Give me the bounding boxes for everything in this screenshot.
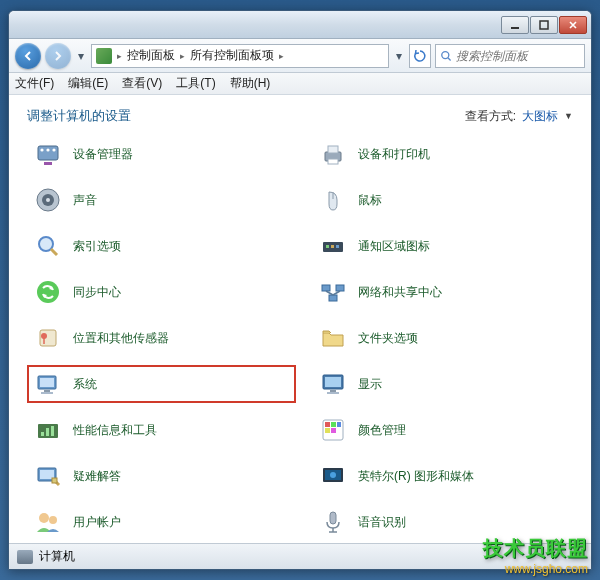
cp-item-sync-center[interactable]: 同步中心: [29, 275, 294, 309]
forward-button[interactable]: [45, 43, 71, 69]
svg-rect-10: [328, 146, 338, 153]
nav-history-dropdown[interactable]: ▾: [75, 46, 87, 66]
cp-item-devices-printers[interactable]: 设备和打印机: [314, 137, 579, 171]
cp-item-label: 英特尔(R) 图形和媒体: [358, 468, 474, 485]
svg-rect-19: [336, 245, 339, 248]
cp-item-sound[interactable]: 声音: [29, 183, 294, 217]
mic-icon: [318, 507, 348, 537]
display-icon: [318, 369, 348, 399]
svg-rect-32: [330, 390, 336, 392]
computer-icon: [17, 550, 33, 564]
page-title: 调整计算机的设置: [27, 107, 131, 125]
search-box[interactable]: [435, 44, 585, 68]
intel-icon: [318, 461, 348, 491]
cp-item-display[interactable]: 显示: [314, 367, 579, 401]
cp-item-label: 通知区域图标: [358, 238, 430, 255]
cp-item-troubleshoot[interactable]: 疑难解答: [29, 459, 294, 493]
svg-rect-2: [99, 51, 109, 61]
explorer-window: ▾ ▸ 控制面板 ▸ 所有控制面板项 ▸ ▾ 文件(F) 编辑(E) 查看(V)…: [8, 10, 592, 570]
cp-item-folder-options[interactable]: 文件夹选项: [314, 321, 579, 355]
maximize-button[interactable]: [530, 16, 558, 34]
control-panel-icon: [96, 48, 112, 64]
cp-item-label: 网络和共享中心: [358, 284, 442, 301]
svg-rect-22: [336, 285, 344, 291]
svg-rect-29: [41, 392, 53, 394]
system-icon: [33, 369, 63, 399]
cp-item-label: 索引选项: [73, 238, 121, 255]
svg-rect-41: [337, 422, 341, 427]
titlebar: [9, 11, 591, 39]
cp-item-color-mgmt[interactable]: 颜色管理: [314, 413, 579, 447]
cp-item-user-accounts[interactable]: 用户帐户: [29, 505, 294, 539]
menu-edit[interactable]: 编辑(E): [68, 75, 108, 92]
content-header: 调整计算机的设置 查看方式: 大图标 ▼: [9, 95, 591, 137]
cp-item-label: 系统: [73, 376, 97, 393]
cp-item-label: 声音: [73, 192, 97, 209]
menu-file[interactable]: 文件(F): [15, 75, 54, 92]
minimize-button[interactable]: [501, 16, 529, 34]
menu-tools[interactable]: 工具(T): [176, 75, 215, 92]
view-value[interactable]: 大图标: [522, 108, 558, 125]
svg-rect-31: [325, 377, 341, 387]
cp-item-notification-icons[interactable]: 通知区域图标: [314, 229, 579, 263]
menu-view[interactable]: 查看(V): [122, 75, 162, 92]
cp-item-system[interactable]: 系统: [29, 367, 294, 401]
cp-item-label: 同步中心: [73, 284, 121, 301]
cp-item-device-manager[interactable]: 设备管理器: [29, 137, 294, 171]
menu-help[interactable]: 帮助(H): [230, 75, 271, 92]
cp-item-performance[interactable]: 性能信息和工具: [29, 413, 294, 447]
statusbar-label: 计算机: [39, 548, 75, 565]
folder-icon: [318, 323, 348, 353]
svg-point-50: [39, 513, 49, 523]
back-button[interactable]: [15, 43, 41, 69]
search-input[interactable]: [456, 49, 580, 63]
svg-rect-42: [325, 428, 330, 433]
svg-rect-5: [44, 162, 52, 165]
cp-item-label: 文件夹选项: [358, 330, 418, 347]
cp-item-indexing[interactable]: 索引选项: [29, 229, 294, 263]
breadcrumb[interactable]: ▸ 控制面板 ▸ 所有控制面板项 ▸: [91, 44, 389, 68]
cp-item-mouse[interactable]: 鼠标: [314, 183, 579, 217]
breadcrumb-dropdown[interactable]: ▾: [393, 46, 405, 66]
cp-item-label: 语音识别: [358, 514, 406, 531]
tray-icon: [318, 231, 348, 261]
svg-rect-17: [326, 245, 329, 248]
cp-item-label: 疑难解答: [73, 468, 121, 485]
printer-icon: [318, 139, 348, 169]
menu-bar: 文件(F) 编辑(E) 查看(V) 工具(T) 帮助(H): [9, 73, 591, 95]
cp-item-label: 显示: [358, 376, 382, 393]
items-grid: 设备管理器设备和打印机声音鼠标索引选项通知区域图标同步中心网络和共享中心位置和其…: [9, 137, 591, 543]
content-area: 调整计算机的设置 查看方式: 大图标 ▼ 设备管理器设备和打印机声音鼠标索引选项…: [9, 95, 591, 543]
chevron-down-icon: ▼: [564, 111, 573, 121]
svg-point-14: [46, 198, 50, 202]
sync-icon: [33, 277, 63, 307]
close-button[interactable]: [559, 16, 587, 34]
nav-bar: ▾ ▸ 控制面板 ▸ 所有控制面板项 ▸ ▾: [9, 39, 591, 73]
cp-item-speech[interactable]: 语音识别: [314, 505, 579, 539]
cp-item-network-sharing[interactable]: 网络和共享中心: [314, 275, 579, 309]
svg-point-15: [39, 237, 53, 251]
svg-rect-39: [325, 422, 330, 427]
cp-item-intel-graphics[interactable]: 英特尔(R) 图形和媒体: [314, 459, 579, 493]
color-icon: [318, 415, 348, 445]
cp-item-label: 颜色管理: [358, 422, 406, 439]
cp-item-label: 用户帐户: [73, 514, 121, 531]
svg-rect-21: [322, 285, 330, 291]
svg-rect-46: [52, 478, 57, 483]
svg-rect-52: [330, 512, 336, 524]
breadcrumb-seg1[interactable]: 控制面板: [127, 47, 175, 64]
svg-point-51: [49, 516, 57, 524]
breadcrumb-seg2[interactable]: 所有控制面板项: [190, 47, 274, 64]
magnifier-icon: [33, 231, 63, 261]
chevron-right-icon: ▸: [114, 51, 125, 61]
cp-item-label: 性能信息和工具: [73, 422, 157, 439]
svg-rect-0: [511, 27, 519, 29]
refresh-button[interactable]: [409, 44, 431, 68]
troubleshoot-icon: [33, 461, 63, 491]
cp-item-label: 位置和其他传感器: [73, 330, 169, 347]
device-manager-icon: [33, 139, 63, 169]
view-switcher[interactable]: 查看方式: 大图标 ▼: [465, 108, 573, 125]
svg-point-49: [330, 472, 336, 478]
svg-point-6: [40, 148, 43, 151]
cp-item-location-sensors[interactable]: 位置和其他传感器: [29, 321, 294, 355]
